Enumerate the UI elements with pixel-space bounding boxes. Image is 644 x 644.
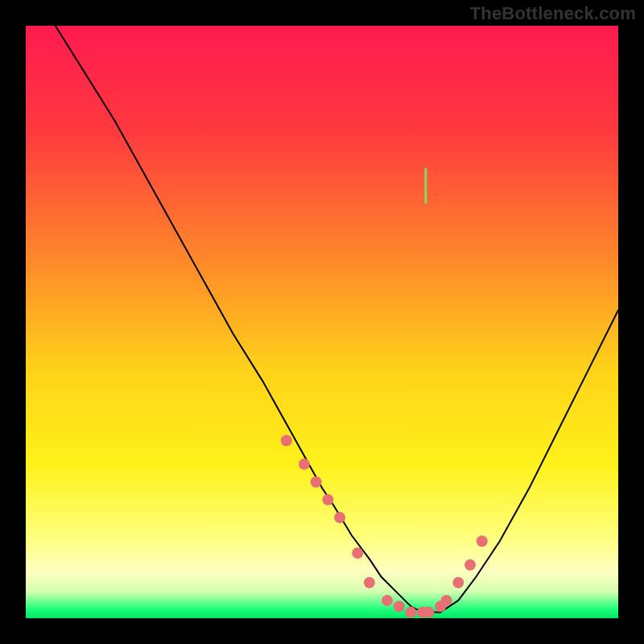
dot [405, 607, 416, 618]
dot [352, 547, 363, 559]
dot [394, 601, 405, 612]
dot [299, 459, 310, 470]
dot [311, 477, 322, 488]
dot [334, 512, 345, 523]
chart-stage: TheBottleneck.com [0, 0, 644, 644]
plot-area [26, 26, 618, 618]
dot [464, 559, 476, 571]
chart-canvas [0, 0, 644, 644]
dot [322, 494, 333, 506]
dot [423, 607, 435, 618]
dot [364, 577, 375, 588]
dot [441, 595, 452, 606]
watermark-label: TheBottleneck.com [470, 3, 636, 24]
dot [452, 577, 464, 588]
dot [382, 595, 393, 606]
dot [281, 435, 292, 446]
dot [477, 535, 488, 547]
